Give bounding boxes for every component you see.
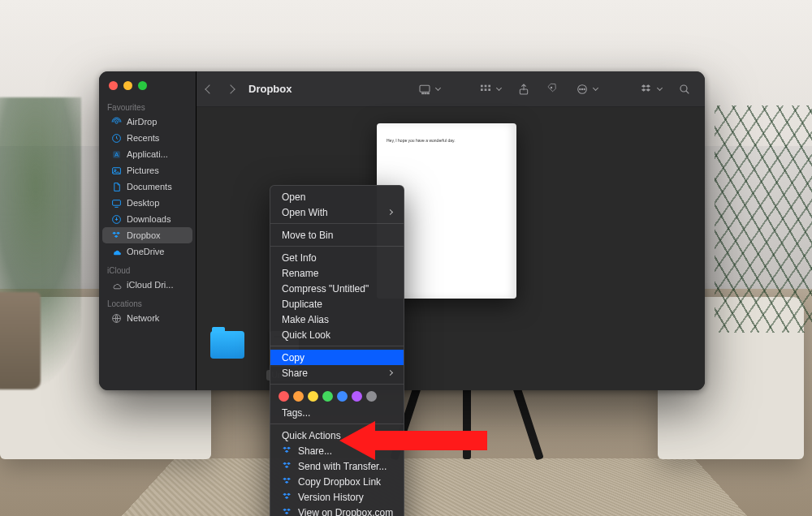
minimize-button[interactable] [123,81,132,90]
sidebar-item-label: Desktop [127,198,159,208]
group-by-button[interactable] [475,80,505,98]
sidebar-item-icloud-dri-[interactable]: iCloud Dri... [102,277,192,293]
context-menu-item-share[interactable]: Share [270,365,404,381]
tag-color[interactable] [308,391,318,402]
context-menu-label: Tags... [282,407,310,419]
context-menu-label: Copy Dropbox Link [298,476,381,488]
sidebar-item-desktop[interactable]: Desktop [102,195,192,211]
context-menu-label: Rename [282,268,318,279]
chevron-right-icon [387,209,393,215]
svg-rect-19 [488,88,490,91]
sidebar-item-network[interactable]: Network [102,310,192,326]
svg-rect-10 [420,85,430,92]
pictures-icon [110,165,122,176]
context-menu-item-compress-untitled[interactable]: Compress "Untitled" [270,281,404,296]
svg-point-21 [551,87,551,88]
context-menu-item-view-on-dropbox-com[interactable]: View on Dropbox.com [270,505,404,516]
context-menu-item-duplicate[interactable]: Duplicate [270,296,404,312]
context-menu-item-send-with-transfer[interactable]: Send with Transfer... [270,458,404,474]
context-menu-label: Share [282,368,308,379]
context-menu-label: View on Dropbox.com [298,507,393,517]
context-menu-label: Get Info [282,252,317,264]
context-menu-label: Compress "Untitled" [282,283,369,295]
tag-color[interactable] [352,391,362,402]
context-menu-item-version-history[interactable]: Version History [270,489,404,505]
gallery-view-button[interactable] [414,80,444,98]
share-button[interactable] [513,80,534,98]
sidebar-item-dropbox[interactable]: Dropbox [102,227,192,243]
sidebar-item-airdrop[interactable]: AirDrop [102,114,192,130]
context-menu-item-quick-look[interactable]: Quick Look [270,327,404,342]
context-menu-item-copy[interactable]: Copy [270,350,404,365]
sidebar: FavouritesAirDropRecentsAApplicati...Pic… [99,71,197,390]
context-menu: OpenOpen WithMove to BinGet InfoRenameCo… [270,185,404,516]
context-menu-item-tags[interactable]: Tags... [270,405,404,420]
app-icon: A [110,148,122,160]
sidebar-item-label: Applicati... [127,149,168,159]
window-controls [99,78,196,97]
sidebar-item-label: Dropbox [127,230,161,240]
context-menu-label: Open [282,191,305,203]
sidebar-item-pictures[interactable]: Pictures [102,162,192,178]
toolbar: Dropbox [197,71,705,107]
context-menu-separator [270,246,404,247]
svg-rect-14 [481,84,483,87]
tag-color[interactable] [366,391,377,402]
sidebar-item-applicati-[interactable]: AApplicati... [102,146,192,162]
svg-text:A: A [114,152,119,157]
context-menu-item-share[interactable]: Share... [270,443,404,458]
search-button[interactable] [674,80,695,98]
svg-point-23 [580,88,581,89]
back-button[interactable] [205,84,214,93]
forward-button[interactable] [226,84,235,93]
sidebar-item-label: AirDrop [127,117,157,127]
dropbox-icon [282,492,292,502]
svg-rect-6 [112,200,120,205]
dropbox-icon [282,507,292,516]
clock-icon [110,132,122,144]
folder-icon [210,331,244,359]
dropbox-icon [282,445,292,456]
sidebar-section-label: iCloud [99,260,196,277]
context-menu-label: Quick Actions [282,430,341,441]
fullscreen-button[interactable] [138,81,147,90]
sidebar-item-recents[interactable]: Recents [102,130,192,146]
context-menu-item-quick-actions[interactable]: Quick Actions [270,428,404,443]
context-menu-item-rename[interactable]: Rename [270,265,404,281]
close-button[interactable] [109,81,118,90]
context-menu-tags [270,388,404,405]
context-menu-item-make-alias[interactable]: Make Alias [270,312,404,327]
tag-color[interactable] [337,391,348,402]
actions-button[interactable] [572,80,602,98]
doc-icon [110,181,122,192]
context-menu-item-move-to-bin[interactable]: Move to Bin [270,227,404,243]
context-menu-label: Send with Transfer... [298,461,387,472]
svg-rect-16 [488,84,490,87]
tag-color[interactable] [279,391,289,402]
tag-color[interactable] [322,391,333,402]
svg-point-25 [584,88,585,89]
sidebar-item-onedrive[interactable]: OneDrive [102,243,192,260]
svg-rect-18 [485,88,487,91]
tag-color[interactable] [293,391,304,402]
context-menu-label: Move to Bin [282,230,333,241]
context-menu-separator [270,384,404,385]
chevron-right-icon [387,432,393,438]
svg-point-24 [581,88,582,89]
context-menu-item-open-with[interactable]: Open With [270,204,404,220]
dropbox-icon [110,230,122,241]
chevron-right-icon [387,370,393,376]
svg-rect-13 [427,92,429,93]
svg-line-27 [686,91,689,93]
sidebar-item-label: Documents [127,182,172,191]
sidebar-item-documents[interactable]: Documents [102,178,192,195]
tags-button[interactable] [542,80,564,98]
context-menu-label: Quick Look [282,329,330,341]
context-menu-item-open[interactable]: Open [270,189,404,204]
dropbox-toolbar-button[interactable] [636,80,666,98]
cloud-icon [110,279,122,290]
context-menu-item-copy-dropbox-link[interactable]: Copy Dropbox Link [270,474,404,489]
context-menu-item-get-info[interactable]: Get Info [270,250,404,265]
file-item[interactable] [205,331,250,381]
sidebar-item-downloads[interactable]: Downloads [102,211,192,227]
